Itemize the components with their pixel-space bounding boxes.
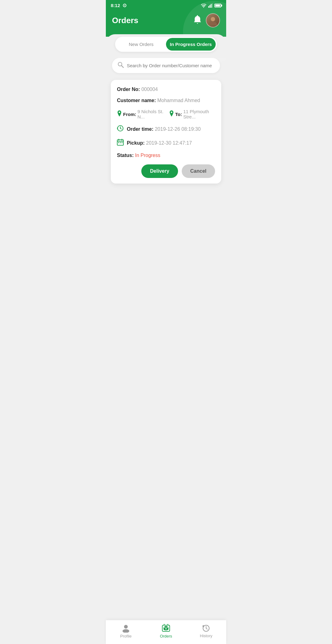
card-actions: Delivery Cancel (117, 164, 215, 178)
tab-new-orders[interactable]: New Orders (116, 38, 166, 51)
order-time-value: 2019-12-26 08:19:30 (155, 126, 201, 132)
to-location-icon (169, 110, 174, 118)
status-bar-left: 8:12 ⊙ (111, 2, 127, 8)
tab-container: New Orders In Progress Orders (106, 37, 226, 58)
order-tabs: New Orders In Progress Orders (115, 37, 217, 52)
from-label: From: (123, 112, 136, 117)
search-icon (118, 62, 124, 69)
svg-rect-10 (118, 142, 119, 143)
customer-name-value: Mohammad Ahmed (157, 98, 200, 103)
search-input[interactable] (127, 63, 214, 68)
avatar[interactable] (206, 13, 220, 27)
tab-in-progress-orders[interactable]: In Progress Orders (166, 38, 216, 51)
order-time-row-content: Order time: 2019-12-26 08:19:30 (127, 126, 201, 132)
calendar-icon (117, 139, 124, 147)
cancel-button[interactable]: Cancel (182, 164, 215, 178)
location-row: From: 9 Nichols St. N... To: 11 Plymouth… (117, 109, 215, 119)
svg-rect-12 (122, 142, 122, 143)
status-row: Status: In Progress (117, 153, 215, 158)
order-number-value: 000004 (141, 87, 158, 92)
header-actions (193, 13, 220, 27)
order-number-label: Order No: (117, 87, 140, 92)
pickup-value: 2019-12-30 12:47:17 (146, 140, 192, 146)
bell-svg (193, 15, 201, 24)
status-badge: In Progress (135, 153, 160, 158)
order-card: Order No: 000004 Customer name: Mohammad… (111, 80, 221, 184)
order-time-row: Order time: 2019-12-26 08:19:30 (117, 125, 215, 133)
page-title: Orders (112, 16, 138, 25)
avatar-image (206, 14, 219, 27)
pickup-row-content: Pickup: 2019-12-30 12:47:17 (127, 140, 192, 146)
delivery-button[interactable]: Delivery (141, 164, 178, 178)
orders-list: Order No: 000004 Customer name: Mohammad… (106, 78, 226, 219)
svg-point-4 (211, 17, 215, 21)
notification-bell-icon[interactable] (193, 15, 201, 26)
clock-icon (117, 125, 124, 133)
customer-name-label: Customer name: (117, 98, 156, 103)
svg-line-7 (122, 66, 123, 68)
pickup-label: Pickup: (127, 140, 145, 146)
status-label: Status: (117, 153, 134, 158)
from-value: 9 Nichols St. N... (138, 109, 165, 119)
time-display: 8:12 (111, 3, 120, 8)
svg-rect-11 (120, 142, 121, 143)
order-number-row: Order No: 000004 (117, 87, 215, 92)
svg-point-5 (209, 22, 217, 26)
avatar-placeholder (208, 15, 218, 26)
to-value: 11 Plymouth Stre... (183, 109, 215, 119)
to-label: To: (175, 112, 182, 117)
from-location-icon (117, 110, 122, 118)
pickup-row: Pickup: 2019-12-30 12:47:17 (117, 139, 215, 147)
at-icon: ⊙ (122, 2, 127, 8)
order-time-label: Order time: (127, 126, 153, 132)
customer-name-row: Customer name: Mohammad Ahmed (117, 98, 215, 103)
